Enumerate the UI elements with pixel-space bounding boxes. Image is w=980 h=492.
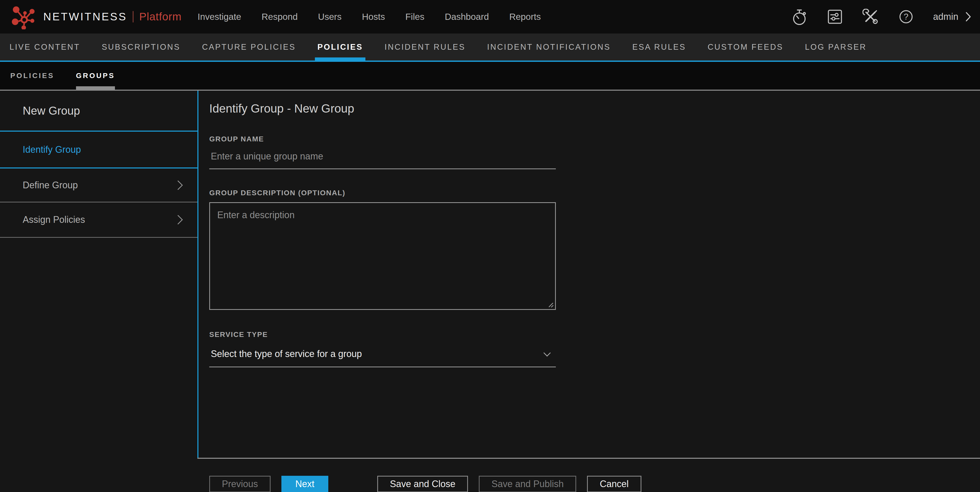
sub-tab-groups[interactable]: GROUPS — [76, 62, 115, 90]
group-name-label: GROUP NAME — [209, 135, 980, 143]
service-type-select[interactable]: Select the type of service for a group — [209, 346, 556, 367]
cancel-button[interactable]: Cancel — [587, 476, 641, 492]
netwitness-logo-icon — [11, 4, 38, 29]
tools-icon[interactable] — [862, 8, 879, 26]
wizard-footer: Previous Next Save and Close Save and Pu… — [197, 458, 980, 491]
top-nav-hosts[interactable]: Hosts — [362, 11, 385, 22]
step-assign-policies-label: Assign Policies — [23, 214, 85, 225]
group-description-label: GROUP DESCRIPTION (OPTIONAL) — [209, 189, 980, 197]
user-menu[interactable]: admin — [933, 11, 971, 22]
timer-icon[interactable] — [791, 8, 808, 26]
module-tab-log-parser[interactable]: LOG PARSER — [805, 33, 867, 60]
module-tab-subscriptions[interactable]: SUBSCRIPTIONS — [102, 33, 180, 60]
group-name-input[interactable] — [209, 148, 556, 169]
chevron-down-icon — [544, 349, 551, 357]
chevron-right-icon — [966, 11, 971, 22]
save-and-publish-button[interactable]: Save and Publish — [479, 476, 576, 492]
primary-nav: Investigate Respond Users Hosts Files Da… — [198, 11, 541, 22]
top-nav-dashboard[interactable]: Dashboard — [445, 11, 489, 22]
module-tab-capture-policies[interactable]: CAPTURE POLICIES — [202, 33, 296, 60]
module-tab-incident-rules[interactable]: INCIDENT RULES — [385, 33, 465, 60]
wizard-title: New Group — [0, 90, 197, 132]
module-tab-live-content[interactable]: LIVE CONTENT — [10, 33, 80, 60]
chevron-right-icon — [173, 180, 183, 190]
module-tab-incident-notifications[interactable]: INCIDENT NOTIFICATIONS — [487, 33, 611, 60]
top-bar: NETWITNESS Platform Investigate Respond … — [0, 0, 980, 33]
sub-nav: POLICIES GROUPS — [0, 62, 980, 90]
module-tab-esa-rules[interactable]: ESA RULES — [632, 33, 686, 60]
group-description-textarea[interactable] — [210, 203, 555, 309]
top-nav-respond[interactable]: Respond — [262, 11, 298, 22]
step-define-group-label: Define Group — [23, 180, 78, 190]
step-define-group[interactable]: Define Group — [0, 168, 197, 203]
brand-separator — [133, 11, 134, 22]
form-panel: Identify Group - New Group GROUP NAME GR… — [197, 90, 980, 458]
top-actions: ? admin — [791, 8, 980, 26]
module-tab-custom-feeds[interactable]: CUSTOM FEEDS — [708, 33, 783, 60]
chevron-right-icon — [173, 215, 183, 225]
module-nav: LIVE CONTENT SUBSCRIPTIONS CAPTURE POLIC… — [0, 33, 980, 62]
jobs-icon[interactable] — [826, 8, 843, 26]
next-button[interactable]: Next — [282, 476, 328, 492]
service-type-value: Select the type of service for a group — [211, 349, 362, 359]
main-panel: Identify Group - New Group GROUP NAME GR… — [197, 90, 980, 491]
group-description-field — [209, 202, 556, 310]
wizard-sidebar: New Group Identify Group Define Group As… — [0, 90, 197, 491]
step-identify-group-label: Identify Group — [23, 144, 81, 155]
brand-product: Platform — [139, 11, 181, 23]
step-identify-group[interactable]: Identify Group — [0, 132, 197, 168]
top-nav-files[interactable]: Files — [405, 11, 425, 22]
brand-name: NETWITNESS — [43, 11, 127, 23]
previous-button[interactable]: Previous — [209, 476, 270, 492]
step-assign-policies[interactable]: Assign Policies — [0, 203, 197, 238]
top-nav-investigate[interactable]: Investigate — [198, 11, 241, 22]
user-label: admin — [933, 11, 958, 22]
save-and-close-button[interactable]: Save and Close — [377, 476, 468, 492]
top-nav-users[interactable]: Users — [318, 11, 342, 22]
content-area: New Group Identify Group Define Group As… — [0, 90, 980, 491]
netwitness-logo[interactable]: NETWITNESS Platform — [0, 4, 182, 29]
help-icon[interactable]: ? — [897, 8, 915, 26]
module-tab-policies[interactable]: POLICIES — [318, 33, 363, 60]
svg-text:?: ? — [904, 12, 908, 21]
sub-tab-policies[interactable]: POLICIES — [10, 62, 54, 90]
service-type-label: SERVICE TYPE — [209, 330, 980, 339]
top-nav-reports[interactable]: Reports — [509, 11, 541, 22]
page-title: Identify Group - New Group — [209, 102, 980, 116]
resize-handle-icon[interactable] — [547, 301, 555, 309]
